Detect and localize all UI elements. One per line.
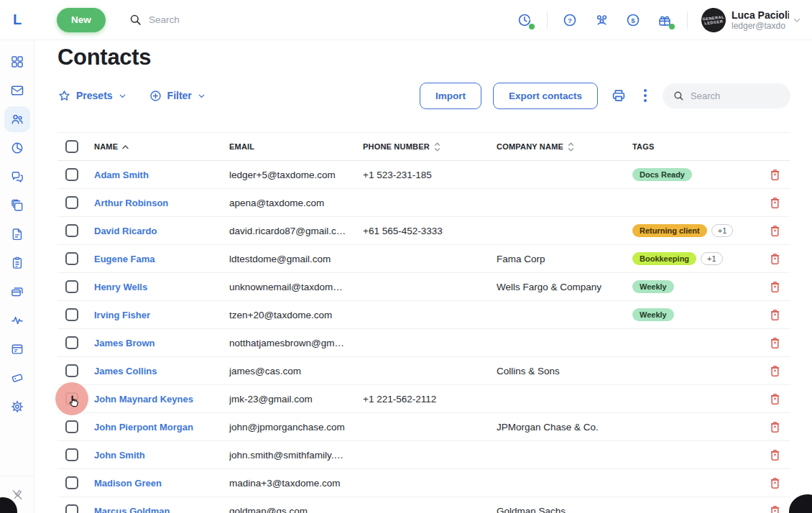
contact-name-link[interactable]: Arthur Robinson [94,198,168,208]
contact-row: James Brown notthatjamesbrown@gm… [57,329,790,357]
star-icon [57,89,71,103]
delete-contact-button[interactable] [767,307,783,323]
delete-contact-button[interactable] [767,503,783,513]
page-title: Contacts [57,45,790,70]
row-checkbox[interactable] [65,224,78,237]
contacts-table-body: Adam Smith ledger+5@taxdome.com +1 523-2… [57,161,790,513]
contact-tags: Docs Ready [632,168,759,181]
main-content: Contacts Presets Filter Import Export co… [34,40,812,513]
contact-name-link[interactable]: James Collins [94,366,157,376]
contact-name-link[interactable]: Henry Wells [94,282,147,292]
row-checkbox[interactable] [65,420,78,433]
delete-contact-button[interactable] [767,279,783,295]
table-search-input[interactable] [691,91,777,101]
contact-name-link[interactable]: Irving Fisher [94,310,150,320]
documents-icon [10,198,24,213]
print-button[interactable] [609,86,628,105]
contact-phone: +61 565-452-3333 [363,226,497,236]
help-icon[interactable]: ? [561,11,578,29]
new-button[interactable]: New [57,8,106,32]
delete-contact-button[interactable] [767,223,783,239]
sidebar-item-proposals[interactable] [4,221,30,247]
delete-contact-button[interactable] [767,195,783,211]
sidebar-item-news[interactable] [4,336,30,362]
contact-name-link[interactable]: John Maynard Keynes [94,394,193,405]
contact-name-link[interactable]: Adam Smith [94,170,149,180]
row-checkbox[interactable] [65,336,78,349]
contact-name-link[interactable]: Madison Green [94,478,162,489]
contact-row: John Pierpont Morgan john@jpmorganchase.… [57,413,790,441]
export-contacts-button[interactable]: Export contacts [493,83,598,109]
delete-contact-button[interactable] [767,391,783,407]
presets-dropdown[interactable]: Presets [57,89,127,103]
row-checkbox[interactable] [65,280,78,293]
divider [687,11,688,29]
contact-email: notthatjamesbrown@gm… [229,338,363,348]
more-actions-button[interactable] [640,88,651,103]
row-checkbox[interactable] [65,448,78,461]
row-checkbox[interactable] [65,196,78,209]
tag-overflow-pill[interactable]: +1 [711,224,734,237]
svg-text:$: $ [631,16,635,24]
row-checkbox[interactable] [65,252,78,265]
contact-email: tzen+20@taxdome.com [229,310,363,320]
trash-icon [768,336,782,350]
delete-contact-button[interactable] [767,419,783,435]
row-checkbox[interactable] [65,364,78,377]
delete-contact-button[interactable] [767,335,783,351]
sidebar-item-documents[interactable] [4,193,30,218]
delete-contact-button[interactable] [767,251,783,267]
table-search[interactable] [663,83,790,108]
sidebar-item-insights[interactable] [4,308,30,333]
billing-icon[interactable]: $ [624,11,642,29]
community-icon[interactable] [593,11,610,29]
select-all-checkbox[interactable] [65,140,78,153]
sidebar-item-time[interactable] [4,135,30,161]
import-button[interactable]: Import [420,83,481,109]
user-email: ledger@taxdo [732,21,789,31]
sidebar-item-billing[interactable] [4,279,30,305]
contact-name-link[interactable]: James Brown [94,338,155,348]
global-search-input[interactable] [149,14,307,25]
sidebar-item-settings[interactable] [4,394,30,420]
contact-name-link[interactable]: David Ricardo [94,226,157,236]
tag-pill: Weekly [632,280,674,293]
row-checkbox[interactable] [65,504,78,513]
sidebar-item-offers[interactable] [4,365,30,391]
column-header-name[interactable]: NAME [94,142,229,151]
row-checkbox[interactable] [65,308,78,321]
user-menu[interactable]: GENERAL LEDGER Luca Pacioli ledger@taxdo [701,8,802,32]
sidebar-item-organizers[interactable] [4,250,30,276]
contact-name-link[interactable]: Eugene Fama [94,254,155,264]
sidebar-item-inbox[interactable] [4,78,30,103]
gifts-icon[interactable] [656,11,673,29]
row-checkbox[interactable] [65,476,78,489]
global-search[interactable] [129,13,307,27]
column-header-phone[interactable]: PHONE NUMBER [363,142,497,152]
delete-contact-button[interactable] [767,475,783,491]
contact-name-link[interactable]: John Smith [94,450,145,461]
chevron-down-icon [118,91,127,101]
delete-contact-button[interactable] [767,447,783,463]
table-header-row: NAME EMAIL PHONE NUMBER COMPANY NAME [57,132,790,161]
column-label: EMAIL [229,142,254,151]
sidebar-item-dashboard[interactable] [4,49,30,75]
column-header-company[interactable]: COMPANY NAME [497,142,632,152]
filter-dropdown[interactable]: Filter [149,89,206,103]
contact-row: John Smith john.smith@smithfamily.… [57,441,790,469]
delete-contact-button[interactable] [767,363,783,379]
contact-name-link[interactable]: Marcus Goldman [94,506,170,513]
contact-name-link[interactable]: John Pierpont Morgan [94,422,193,433]
column-header-tags: TAGS [632,142,759,151]
sidebar-item-chats[interactable] [4,164,30,190]
tag-overflow-pill[interactable]: +1 [701,252,723,265]
contact-company: Goldman Sachs [497,506,632,513]
contacts-toolbar: Presets Filter Import Export contacts [57,81,790,110]
timer-icon[interactable] [516,11,533,29]
contact-email: ledger+5@taxdome.com [229,170,363,180]
column-header-email[interactable]: EMAIL [229,142,363,151]
delete-contact-button[interactable] [767,167,783,183]
row-checkbox[interactable] [65,168,78,181]
hand-pointer-icon [65,394,81,410]
sidebar-item-clients[interactable] [4,106,30,132]
